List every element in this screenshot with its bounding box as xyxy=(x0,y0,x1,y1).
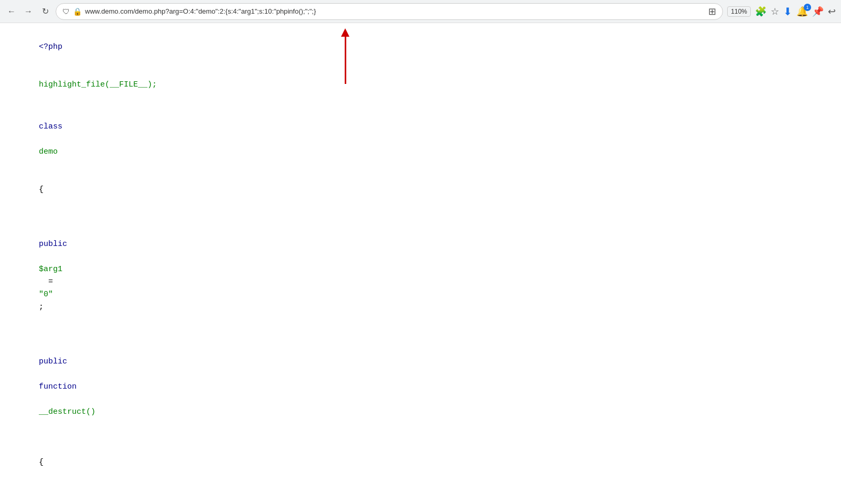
open-brace-1: { xyxy=(39,185,44,194)
shield-icon: 🛡 xyxy=(62,7,70,16)
history-back-icon[interactable]: ↩ xyxy=(828,6,836,17)
zoom-level: 110% xyxy=(727,6,751,17)
qr-icon[interactable]: ⊞ xyxy=(708,6,716,17)
favorites-icon[interactable]: ☆ xyxy=(771,6,779,17)
pin-icon[interactable]: 📌 xyxy=(812,6,824,17)
notification-icon[interactable]: 🔔 1 xyxy=(796,6,808,17)
address-bar[interactable]: 🛡 🔒 www.demo.com/demo.php?arg=O:4:"demo"… xyxy=(56,3,723,20)
class-name: demo xyxy=(39,147,58,156)
download-icon[interactable]: ⬇ xyxy=(783,5,792,18)
assign-op-1: = xyxy=(48,277,53,286)
url-text: www.demo.com/demo.php?arg=O:4:"demo":2:{… xyxy=(85,7,705,15)
browser-toolbar: ← → ↻ 🛡 🔒 www.demo.com/demo.php?arg=O:4:… xyxy=(0,0,841,23)
forward-button[interactable]: → xyxy=(22,5,35,18)
public-kw-2: public xyxy=(39,357,67,366)
back-button[interactable]: ← xyxy=(5,5,18,18)
lock-icon: 🔒 xyxy=(73,7,82,16)
class-keyword: class xyxy=(39,122,62,131)
reload-button[interactable]: ↻ xyxy=(39,5,51,18)
destruct-method: __destruct() xyxy=(39,408,95,416)
function-kw-1: function xyxy=(39,382,77,391)
code-line-7: public $arg1 = "0" ; xyxy=(10,213,831,326)
notification-count: 1 xyxy=(804,4,811,11)
code-display: <?php highlight_file(__FILE__); class de… xyxy=(0,23,841,504)
arg1-var: $arg1 xyxy=(39,265,62,274)
code-line-9: public function __destruct() xyxy=(10,330,831,431)
code-line-11: eval ($this->arg1); //eval()去执行用户传递的arg1… xyxy=(10,481,831,504)
open-brace-2: { xyxy=(39,458,44,467)
arg1-default: "0" xyxy=(39,290,53,299)
code-line-1: <?php xyxy=(10,28,831,66)
code-line-2: highlight_file(__FILE__); xyxy=(10,66,831,104)
highlight-func: highlight_file(__FILE__); xyxy=(39,80,157,89)
semicolon-1: ; xyxy=(39,303,44,312)
toolbar-icons: 🧩 ☆ ⬇ 🔔 1 📌 ↩ xyxy=(755,5,836,18)
code-line-4: class demo xyxy=(10,108,831,171)
php-open-tag: <?php xyxy=(39,42,62,51)
code-line-10: { xyxy=(10,431,831,481)
extensions-icon[interactable]: 🧩 xyxy=(755,6,767,17)
public-kw-1: public xyxy=(39,240,67,249)
code-line-5: { xyxy=(10,171,831,209)
